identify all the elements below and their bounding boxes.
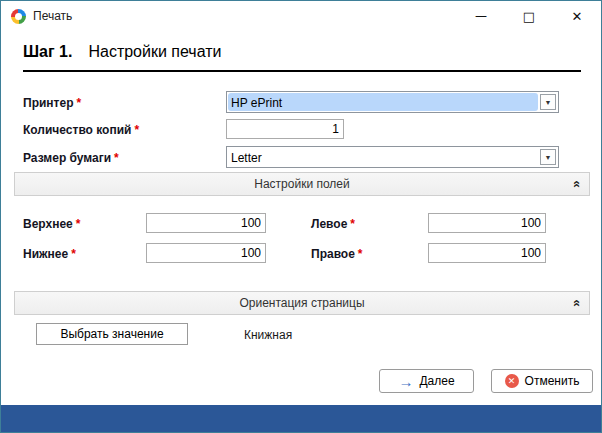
page-title: Шаг 1.Настройки печати [23, 43, 222, 61]
required-asterisk: * [76, 96, 81, 110]
printer-label: Принтер* [23, 96, 81, 110]
maximize-button[interactable]: □ [505, 1, 553, 31]
window-title: Печать [33, 1, 72, 31]
required-asterisk: * [114, 151, 119, 165]
cancel-button[interactable]: ✕ Отменить [491, 369, 593, 393]
copies-label: Количество копий* [23, 123, 139, 137]
orientation-value: Книжная [244, 328, 292, 342]
paper-size-selected-value[interactable]: Letter [228, 148, 538, 166]
required-asterisk: * [71, 247, 76, 261]
margins-section-title: Настройки полей [254, 177, 349, 191]
next-button[interactable]: → Далее [379, 369, 474, 393]
cancel-button-label: Отменить [525, 374, 580, 388]
cancel-x-icon: ✕ [505, 374, 519, 388]
close-button[interactable]: ✕ [553, 1, 601, 31]
margin-right-input[interactable] [428, 243, 546, 263]
margin-left-input[interactable] [428, 213, 546, 233]
heading-divider [23, 70, 581, 72]
orientation-section-header[interactable]: Ориентация страницы « [14, 291, 590, 315]
paper-size-label: Размер бумаги* [23, 151, 119, 165]
next-button-label: Далее [419, 374, 454, 388]
choose-value-button[interactable]: Выбрать значение [36, 323, 188, 345]
copies-input[interactable] [226, 119, 344, 139]
printer-dropdown[interactable]: HP ePrint ▼ [226, 91, 559, 113]
margin-right-label: Правое* [311, 247, 363, 261]
margin-bottom-input[interactable] [146, 243, 266, 263]
margin-top-input[interactable] [146, 213, 266, 233]
margins-section-header[interactable]: Настройки полей « [14, 172, 590, 196]
collapse-chevron-icon[interactable]: « [569, 180, 583, 187]
printer-selected-value[interactable]: HP ePrint [228, 93, 538, 111]
next-arrow-icon: → [398, 374, 413, 389]
margin-top-label: Верхнее* [23, 217, 80, 231]
required-asterisk: * [358, 247, 363, 261]
minimize-button[interactable]: — [457, 1, 505, 31]
margin-bottom-label: Нижнее* [23, 247, 76, 261]
required-asterisk: * [350, 217, 355, 231]
step-number: Шаг 1. [23, 43, 72, 60]
step-title: Настройки печати [88, 43, 221, 60]
required-asterisk: * [134, 123, 139, 137]
window-controls: — □ ✕ [457, 1, 601, 31]
collapse-chevron-icon[interactable]: « [569, 299, 583, 306]
footer-accent-bar [1, 405, 601, 432]
print-dialog-window: Печать — □ ✕ Шаг 1.Настройки печати Прин… [0, 0, 602, 433]
paper-size-dropdown[interactable]: Letter ▼ [226, 146, 559, 168]
app-icon [11, 9, 26, 24]
required-asterisk: * [76, 217, 81, 231]
orientation-section-title: Ориентация страницы [239, 296, 364, 310]
printer-dropdown-arrow-icon[interactable]: ▼ [540, 94, 556, 110]
margin-left-label: Левое* [311, 217, 355, 231]
paper-size-dropdown-arrow-icon[interactable]: ▼ [540, 149, 556, 165]
title-bar: Печать — □ ✕ [1, 1, 601, 31]
